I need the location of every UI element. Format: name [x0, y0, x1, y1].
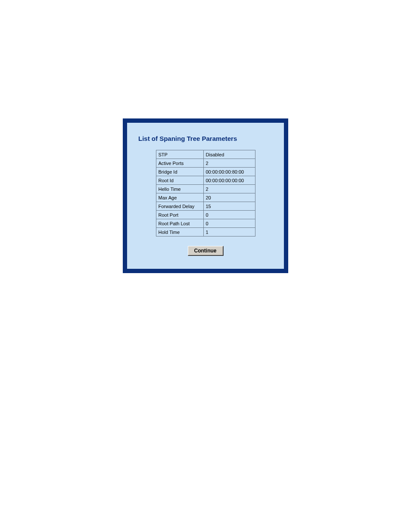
param-label: Active Ports — [156, 159, 203, 168]
param-label: Bridge Id — [156, 168, 203, 176]
param-value: 0 — [203, 211, 255, 219]
param-label: Root Id — [156, 176, 203, 185]
table-row: Max Age 20 — [156, 193, 255, 202]
param-value: 20 — [203, 193, 255, 202]
param-value: 1 — [203, 228, 255, 236]
table-row: Root Port 0 — [156, 211, 255, 219]
param-label: Root Port — [156, 211, 203, 219]
param-value: Disabled — [203, 150, 255, 159]
table-row: Hold Time 1 — [156, 228, 255, 236]
param-label: Max Age — [156, 193, 203, 202]
table-row: Hello Time 2 — [156, 185, 255, 193]
table-row: STP Disabled — [156, 150, 255, 159]
param-value: 0 — [203, 219, 255, 228]
param-value: 15 — [203, 202, 255, 211]
table-row: Active Ports 2 — [156, 159, 255, 168]
table-row: Bridge Id 00:00:00:00:80:00 — [156, 168, 255, 176]
param-label: Root Path Lost — [156, 219, 203, 228]
param-value: 00:00:00:00:80:00 — [203, 168, 255, 176]
param-label: Hello Time — [156, 185, 203, 193]
page-title: List of Spaning Tree Parameters — [138, 135, 274, 142]
param-value: 00:00:00:00:00:00 — [203, 176, 255, 185]
params-table: STP Disabled Active Ports 2 Bridge Id 00… — [156, 150, 255, 236]
continue-button[interactable]: Continue — [188, 246, 224, 256]
param-value: 2 — [203, 185, 255, 193]
param-label: STP — [156, 150, 203, 159]
table-row: Root Id 00:00:00:00:00:00 — [156, 176, 255, 185]
param-label: Forwarded Delay — [156, 202, 203, 211]
spanning-tree-panel: List of Spaning Tree Parameters STP Disa… — [123, 118, 288, 273]
param-value: 2 — [203, 159, 255, 168]
table-row: Forwarded Delay 15 — [156, 202, 255, 211]
button-row: Continue — [137, 246, 274, 256]
param-label: Hold Time — [156, 228, 203, 236]
table-row: Root Path Lost 0 — [156, 219, 255, 228]
